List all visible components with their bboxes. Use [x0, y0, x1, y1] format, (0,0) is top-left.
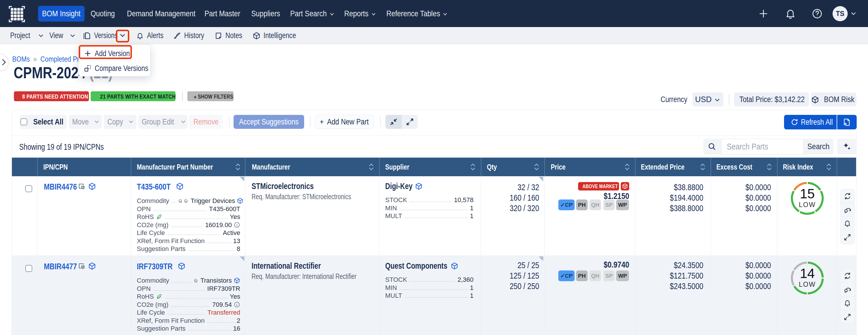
- svg-text:LOW: LOW: [799, 201, 816, 208]
- svg-text:14: 14: [800, 266, 814, 281]
- svg-text:15: 15: [800, 186, 814, 201]
- svg-text:LOW: LOW: [799, 281, 816, 288]
